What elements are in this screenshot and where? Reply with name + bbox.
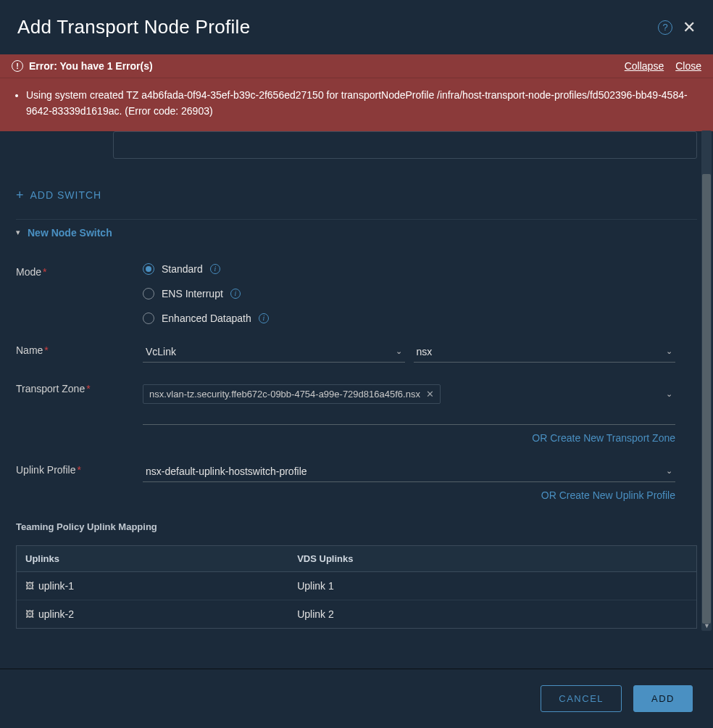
content-scroll-area[interactable]: + ADD SWITCH ▾ New Node Switch Mode* Sta… <box>0 131 713 669</box>
transport-zone-row: Transport Zone* nsx.vlan-tz.security.ffe… <box>16 380 697 444</box>
nic-icon: 🖾 <box>25 581 34 591</box>
error-message: Using system created TZ a4b6fada-0f94-35… <box>26 87 701 120</box>
transport-zone-select[interactable]: nsx.vlan-tz.security.ffeb672c-09bb-4754-… <box>143 380 675 408</box>
error-collapse-link[interactable]: Collapse <box>625 60 664 72</box>
add-switch-label: ADD SWITCH <box>30 189 102 201</box>
create-new-uplink-profile-link[interactable]: OR Create New Uplink Profile <box>143 489 675 501</box>
info-icon[interactable]: i <box>230 289 241 299</box>
switch-title: New Node Switch <box>28 227 112 239</box>
table-row[interactable]: 🖾 uplink-2 Uplink 2 <box>17 600 696 628</box>
chevron-down-icon: ▾ <box>16 228 20 237</box>
chevron-down-icon: ⌄ <box>666 389 672 399</box>
error-icon: ! <box>12 60 23 72</box>
switch-collapse-header[interactable]: ▾ New Node Switch <box>16 219 697 246</box>
vds-uplinks-column-header: VDS Uplinks <box>288 546 696 571</box>
error-close-link[interactable]: Close <box>675 60 701 72</box>
uplink-profile-label: Uplink Profile* <box>16 461 143 501</box>
create-new-tz-link[interactable]: OR Create New Transport Zone <box>143 432 675 444</box>
mode-enhanced-radio[interactable]: Enhanced Datapath i <box>143 313 675 324</box>
error-banner-header: ! Error: You have 1 Error(s) Collapse Cl… <box>0 54 713 78</box>
scrollbar[interactable]: ▼ <box>701 131 712 631</box>
radio-selected-icon <box>143 263 154 275</box>
modal-header-actions: ? ✕ <box>658 20 696 36</box>
transport-zone-chip-label: nsx.vlan-tz.security.ffeb672c-09bb-4754-… <box>149 389 420 400</box>
modal-title: Add Transport Node Profile <box>17 16 250 38</box>
scrollbar-down-arrow-icon[interactable]: ▼ <box>704 622 710 629</box>
close-icon[interactable]: ✕ <box>683 20 696 36</box>
add-button[interactable]: ADD <box>633 685 693 712</box>
chevron-down-icon: ⌄ <box>666 347 672 356</box>
info-icon[interactable]: i <box>259 313 269 323</box>
error-banner-body: Using system created TZ a4b6fada-0f94-35… <box>0 78 713 131</box>
plus-icon: + <box>16 188 25 203</box>
cancel-button[interactable]: CANCEL <box>541 685 622 712</box>
modal-header: Add Transport Node Profile ? ✕ <box>0 0 713 54</box>
teaming-title: Teaming Policy Uplink Mapping <box>16 521 697 532</box>
mode-ens-label: ENS Interrupt <box>162 288 223 299</box>
table-row[interactable]: 🖾 uplink-1 Uplink 1 <box>17 572 696 600</box>
name-select-2-value: nsx <box>417 346 433 357</box>
add-transport-node-profile-modal: Add Transport Node Profile ? ✕ ! Error: … <box>0 0 713 728</box>
chevron-down-icon: ⌄ <box>666 466 672 476</box>
radio-unselected-icon <box>143 313 154 324</box>
error-title: Error: You have 1 Error(s) <box>29 60 153 72</box>
uplink-profile-select[interactable]: nsx-default-uplink-hostswitch-profile ⌄ <box>143 461 675 482</box>
mode-standard-label: Standard <box>162 263 203 275</box>
nic-icon: 🖾 <box>25 609 34 619</box>
mode-ens-radio[interactable]: ENS Interrupt i <box>143 288 675 299</box>
uplink-profile-value: nsx-default-uplink-hostswitch-profile <box>146 466 307 477</box>
error-banner: ! Error: You have 1 Error(s) Collapse Cl… <box>0 54 713 131</box>
chip-remove-icon[interactable]: ✕ <box>426 389 434 400</box>
modal-footer: CANCEL ADD <box>0 669 713 728</box>
mode-label: Mode* <box>16 263 143 324</box>
mode-radio-group: Standard i ENS Interrupt i Enhanced Data… <box>143 263 675 324</box>
info-icon[interactable]: i <box>210 264 220 274</box>
uplink-table-header: Uplinks VDS Uplinks <box>17 546 696 572</box>
name-select-1-value: VcLink <box>146 346 176 357</box>
vds-uplink-value: Uplink 1 <box>288 572 696 600</box>
name-row: Name* VcLink ⌄ nsx ⌄ <box>16 342 697 363</box>
scrollbar-thumb[interactable] <box>702 174 711 624</box>
switch-section: ▾ New Node Switch Mode* Standard i <box>16 219 697 629</box>
uplink-name: uplink-1 <box>38 580 74 592</box>
mode-standard-radio[interactable]: Standard i <box>143 263 675 275</box>
uplink-profile-row: Uplink Profile* nsx-default-uplink-hosts… <box>16 461 697 501</box>
name-label: Name* <box>16 342 143 363</box>
uplink-table: Uplinks VDS Uplinks 🖾 uplink-1 Uplink 1 … <box>16 545 697 629</box>
mode-enhanced-label: Enhanced Datapath <box>162 313 251 324</box>
top-input-placeholder[interactable] <box>113 131 697 159</box>
add-switch-button[interactable]: + ADD SWITCH <box>16 182 697 209</box>
help-icon[interactable]: ? <box>658 20 672 35</box>
transport-zone-chip: nsx.vlan-tz.security.ffeb672c-09bb-4754-… <box>143 384 441 404</box>
chevron-down-icon: ⌄ <box>396 347 402 356</box>
transport-zone-label: Transport Zone* <box>16 380 143 444</box>
uplink-name: uplink-2 <box>38 608 74 620</box>
name-select-2[interactable]: nsx ⌄ <box>414 342 676 363</box>
uplinks-column-header: Uplinks <box>17 546 288 571</box>
vds-uplink-value: Uplink 2 <box>288 600 696 628</box>
name-select-1[interactable]: VcLink ⌄ <box>143 342 405 363</box>
radio-unselected-icon <box>143 288 154 299</box>
mode-row: Mode* Standard i ENS Interrupt i <box>16 263 697 324</box>
